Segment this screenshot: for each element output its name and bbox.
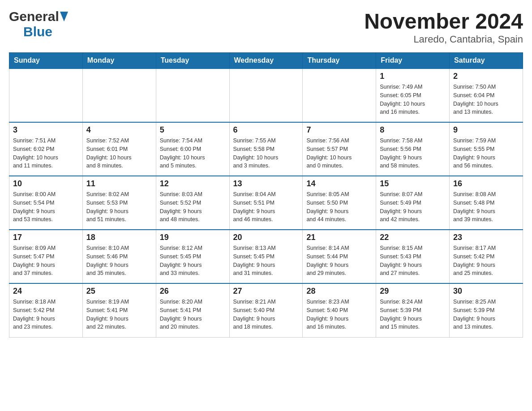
weekday-header-sunday: Sunday xyxy=(9,53,83,69)
day-info: Sunrise: 7:56 AM Sunset: 5:57 PM Dayligh… xyxy=(306,137,372,170)
day-number: 30 xyxy=(453,287,519,296)
day-cell: 6Sunrise: 7:55 AM Sunset: 5:58 PM Daylig… xyxy=(229,122,303,176)
day-number: 3 xyxy=(13,125,79,135)
day-info: Sunrise: 7:52 AM Sunset: 6:01 PM Dayligh… xyxy=(86,137,152,170)
page-header: General Blue November 2024 Laredo, Canta… xyxy=(9,9,523,45)
day-number: 18 xyxy=(86,233,152,242)
day-number: 10 xyxy=(13,179,79,188)
day-info: Sunrise: 7:51 AM Sunset: 6:02 PM Dayligh… xyxy=(13,137,79,170)
week-row-1: 1Sunrise: 7:49 AM Sunset: 6:05 PM Daylig… xyxy=(9,68,523,122)
day-number: 16 xyxy=(453,179,519,188)
day-number: 1 xyxy=(380,72,446,81)
day-cell: 30Sunrise: 8:25 AM Sunset: 5:39 PM Dayli… xyxy=(450,283,523,337)
day-cell: 17Sunrise: 8:09 AM Sunset: 5:47 PM Dayli… xyxy=(9,230,83,283)
day-cell: 21Sunrise: 8:14 AM Sunset: 5:44 PM Dayli… xyxy=(303,230,376,283)
day-info: Sunrise: 8:00 AM Sunset: 5:54 PM Dayligh… xyxy=(13,190,79,224)
day-number: 22 xyxy=(380,233,446,242)
calendar-subtitle: Laredo, Cantabria, Spain xyxy=(364,34,523,45)
day-info: Sunrise: 8:21 AM Sunset: 5:40 PM Dayligh… xyxy=(233,298,299,331)
day-cell: 13Sunrise: 8:04 AM Sunset: 5:51 PM Dayli… xyxy=(229,176,303,230)
day-info: Sunrise: 8:15 AM Sunset: 5:43 PM Dayligh… xyxy=(380,244,446,278)
day-number: 23 xyxy=(453,233,519,242)
week-row-5: 24Sunrise: 8:18 AM Sunset: 5:42 PM Dayli… xyxy=(9,283,523,337)
day-info: Sunrise: 8:20 AM Sunset: 5:41 PM Dayligh… xyxy=(160,298,226,331)
day-cell xyxy=(82,68,156,122)
day-info: Sunrise: 8:25 AM Sunset: 5:39 PM Dayligh… xyxy=(453,298,519,331)
day-number: 9 xyxy=(453,125,519,135)
weekday-header-thursday: Thursday xyxy=(303,53,376,69)
day-info: Sunrise: 8:05 AM Sunset: 5:50 PM Dayligh… xyxy=(306,190,372,224)
day-number: 20 xyxy=(233,233,299,242)
day-cell: 12Sunrise: 8:03 AM Sunset: 5:52 PM Dayli… xyxy=(156,176,229,230)
weekday-header-tuesday: Tuesday xyxy=(156,53,229,69)
week-row-3: 10Sunrise: 8:00 AM Sunset: 5:54 PM Dayli… xyxy=(9,176,523,230)
day-number: 28 xyxy=(306,287,372,296)
svg-marker-0 xyxy=(60,12,68,21)
weekday-header-friday: Friday xyxy=(376,53,450,69)
week-row-4: 17Sunrise: 8:09 AM Sunset: 5:47 PM Dayli… xyxy=(9,230,523,283)
day-info: Sunrise: 8:19 AM Sunset: 5:41 PM Dayligh… xyxy=(86,298,152,331)
day-number: 27 xyxy=(233,287,299,296)
day-cell: 1Sunrise: 7:49 AM Sunset: 6:05 PM Daylig… xyxy=(376,68,450,122)
logo-general-text: General xyxy=(9,9,59,24)
day-cell: 5Sunrise: 7:54 AM Sunset: 6:00 PM Daylig… xyxy=(156,122,229,176)
day-cell: 4Sunrise: 7:52 AM Sunset: 6:01 PM Daylig… xyxy=(82,122,156,176)
day-number: 19 xyxy=(160,233,226,242)
day-info: Sunrise: 8:14 AM Sunset: 5:44 PM Dayligh… xyxy=(306,244,372,278)
day-cell: 29Sunrise: 8:24 AM Sunset: 5:39 PM Dayli… xyxy=(376,283,450,337)
day-cell: 16Sunrise: 8:08 AM Sunset: 5:48 PM Dayli… xyxy=(450,176,523,230)
day-info: Sunrise: 7:58 AM Sunset: 5:56 PM Dayligh… xyxy=(380,137,446,170)
weekday-header-monday: Monday xyxy=(82,53,156,69)
day-info: Sunrise: 7:55 AM Sunset: 5:58 PM Dayligh… xyxy=(233,137,299,170)
logo-blue-text: Blue xyxy=(23,24,52,39)
day-cell: 28Sunrise: 8:23 AM Sunset: 5:40 PM Dayli… xyxy=(303,283,376,337)
day-info: Sunrise: 8:17 AM Sunset: 5:42 PM Dayligh… xyxy=(453,244,519,278)
day-cell: 24Sunrise: 8:18 AM Sunset: 5:42 PM Dayli… xyxy=(9,283,83,337)
calendar-title: November 2024 xyxy=(364,9,523,34)
day-number: 13 xyxy=(233,179,299,188)
day-cell: 8Sunrise: 7:58 AM Sunset: 5:56 PM Daylig… xyxy=(376,122,450,176)
day-cell: 18Sunrise: 8:10 AM Sunset: 5:46 PM Dayli… xyxy=(82,230,156,283)
day-cell: 27Sunrise: 8:21 AM Sunset: 5:40 PM Dayli… xyxy=(229,283,303,337)
day-cell: 14Sunrise: 8:05 AM Sunset: 5:50 PM Dayli… xyxy=(303,176,376,230)
title-block: November 2024 Laredo, Cantabria, Spain xyxy=(364,9,523,45)
day-number: 5 xyxy=(160,125,226,135)
day-cell: 19Sunrise: 8:12 AM Sunset: 5:45 PM Dayli… xyxy=(156,230,229,283)
day-number: 26 xyxy=(160,287,226,296)
day-number: 12 xyxy=(160,179,226,188)
day-info: Sunrise: 8:04 AM Sunset: 5:51 PM Dayligh… xyxy=(233,190,299,224)
day-cell: 2Sunrise: 7:50 AM Sunset: 6:04 PM Daylig… xyxy=(450,68,523,122)
day-number: 4 xyxy=(86,125,152,135)
weekday-header-wednesday: Wednesday xyxy=(229,53,303,69)
day-cell: 22Sunrise: 8:15 AM Sunset: 5:43 PM Dayli… xyxy=(376,230,450,283)
day-number: 7 xyxy=(306,125,372,135)
day-number: 17 xyxy=(13,233,79,242)
day-number: 2 xyxy=(453,72,519,81)
day-cell: 11Sunrise: 8:02 AM Sunset: 5:53 PM Dayli… xyxy=(82,176,156,230)
day-cell: 9Sunrise: 7:59 AM Sunset: 5:55 PM Daylig… xyxy=(450,122,523,176)
week-row-2: 3Sunrise: 7:51 AM Sunset: 6:02 PM Daylig… xyxy=(9,122,523,176)
day-cell xyxy=(303,68,376,122)
day-info: Sunrise: 8:10 AM Sunset: 5:46 PM Dayligh… xyxy=(86,244,152,278)
day-info: Sunrise: 8:13 AM Sunset: 5:45 PM Dayligh… xyxy=(233,244,299,278)
day-cell: 25Sunrise: 8:19 AM Sunset: 5:41 PM Dayli… xyxy=(82,283,156,337)
day-info: Sunrise: 7:50 AM Sunset: 6:04 PM Dayligh… xyxy=(453,83,519,116)
day-number: 8 xyxy=(380,125,446,135)
weekday-header-row: SundayMondayTuesdayWednesdayThursdayFrid… xyxy=(9,53,523,69)
day-cell xyxy=(156,68,229,122)
calendar-table: SundayMondayTuesdayWednesdayThursdayFrid… xyxy=(9,52,523,338)
day-cell: 7Sunrise: 7:56 AM Sunset: 5:57 PM Daylig… xyxy=(303,122,376,176)
weekday-header-saturday: Saturday xyxy=(450,53,523,69)
day-cell xyxy=(229,68,303,122)
day-number: 25 xyxy=(86,287,152,296)
day-number: 15 xyxy=(380,179,446,188)
day-number: 11 xyxy=(86,179,152,188)
day-number: 29 xyxy=(380,287,446,296)
day-cell: 10Sunrise: 8:00 AM Sunset: 5:54 PM Dayli… xyxy=(9,176,83,230)
day-cell: 23Sunrise: 8:17 AM Sunset: 5:42 PM Dayli… xyxy=(450,230,523,283)
day-info: Sunrise: 8:08 AM Sunset: 5:48 PM Dayligh… xyxy=(453,190,519,224)
day-cell: 3Sunrise: 7:51 AM Sunset: 6:02 PM Daylig… xyxy=(9,122,83,176)
day-number: 24 xyxy=(13,287,79,296)
day-info: Sunrise: 8:23 AM Sunset: 5:40 PM Dayligh… xyxy=(306,298,372,331)
day-number: 21 xyxy=(306,233,372,242)
